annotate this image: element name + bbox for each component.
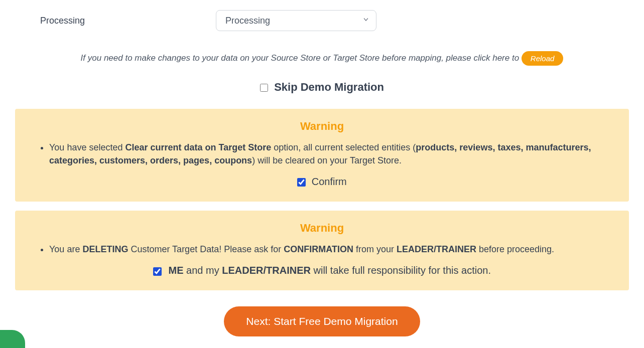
warning-title-2: Warning <box>29 222 615 235</box>
warning-clear-data: Warning You have selected Clear current … <box>15 109 629 202</box>
confirm-clear-checkbox[interactable] <box>297 178 306 187</box>
mapping-label: Processing <box>15 16 216 26</box>
warning-delete-message: You are DELETING Customer Target Data! P… <box>49 243 615 256</box>
warning-clear-message: You have selected Clear current data on … <box>49 141 615 167</box>
next-start-demo-button[interactable]: Next: Start Free Demo Migration <box>224 306 420 336</box>
skip-demo-label[interactable]: Skip Demo Migration <box>260 81 384 93</box>
responsibility-checkbox[interactable] <box>153 267 162 276</box>
warning-delete-customer: Warning You are DELETING Customer Target… <box>15 211 629 290</box>
reload-hint: If you need to make changes to your data… <box>15 51 629 66</box>
warning-title: Warning <box>29 120 615 133</box>
reload-button[interactable]: Reload <box>522 51 564 66</box>
confirm-clear-label[interactable]: Confirm <box>297 176 347 187</box>
skip-demo-checkbox[interactable] <box>260 84 268 92</box>
responsibility-label[interactable]: ME and my LEADER/TRAINER will take full … <box>153 265 491 276</box>
processing-select[interactable]: Processing <box>216 10 376 31</box>
